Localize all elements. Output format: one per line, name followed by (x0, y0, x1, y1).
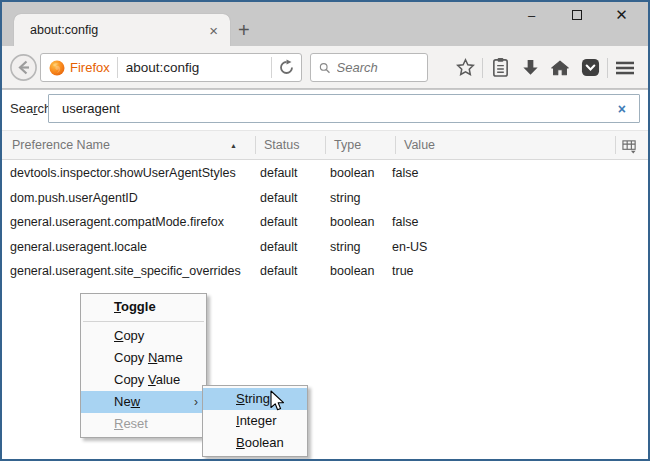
preference-list: devtools.inspector.showUserAgentStyles d… (2, 161, 648, 284)
pocket-icon (581, 58, 600, 77)
table-row[interactable]: general.useragent.site_specific_override… (2, 259, 648, 284)
maximize-icon (572, 10, 582, 20)
column-header-preference-name[interactable]: Preference Name (12, 131, 110, 159)
sort-ascending-icon: ▲ (230, 142, 237, 149)
submenu-item-string[interactable]: String (203, 388, 307, 410)
menu-separator (83, 321, 204, 322)
url-bar[interactable]: Firefox about:config (40, 53, 302, 82)
pref-type: boolean (330, 210, 375, 235)
menu-item-toggle[interactable]: Toggle (81, 296, 206, 318)
pref-status: default (260, 235, 298, 260)
tab-about-config[interactable]: about:config × (14, 14, 230, 46)
bookmark-star-button[interactable] (450, 53, 480, 82)
pref-value: true (392, 259, 414, 284)
menu-item-new[interactable]: New› (81, 391, 206, 413)
toolbar-separator (482, 58, 483, 78)
downloads-button[interactable] (515, 53, 545, 82)
urlbar-divider (117, 57, 118, 78)
window-controls: – ✕ (509, 2, 644, 28)
pref-type: string (330, 235, 361, 260)
table-header: Preference Name ▲ Status Type Value (2, 130, 648, 160)
pref-value: false (392, 210, 418, 235)
menu-item-reset: Reset (81, 413, 206, 435)
pocket-button[interactable] (575, 53, 605, 82)
pref-name: general.useragent.site_specific_override… (10, 259, 241, 284)
clear-search-icon[interactable]: × (618, 101, 626, 117)
column-divider (325, 136, 326, 154)
urlbar-divider2 (271, 57, 272, 78)
minimize-button[interactable]: – (509, 2, 554, 28)
submenu-item-boolean[interactable]: Boolean (203, 432, 307, 454)
toolbar-search-input[interactable] (337, 60, 421, 75)
table-row[interactable]: general.useragent.locale default string … (2, 235, 648, 260)
maximize-button[interactable] (554, 2, 599, 28)
pref-type: boolean (330, 259, 375, 284)
column-header-status[interactable]: Status (264, 131, 299, 159)
table-row[interactable]: general.useragent.compatMode.firefox def… (2, 210, 648, 235)
pref-name: general.useragent.locale (10, 235, 147, 260)
back-arrow-icon (9, 53, 38, 82)
bookmarks-menu-button[interactable] (485, 53, 515, 82)
hamburger-icon (614, 59, 636, 77)
pref-status: default (260, 259, 298, 284)
column-header-value[interactable]: Value (404, 131, 435, 159)
brand-label: Firefox (70, 60, 110, 75)
column-header-type[interactable]: Type (334, 131, 361, 159)
url-text[interactable]: about:config (126, 60, 271, 75)
mouse-cursor-icon (270, 390, 286, 413)
clipboard-icon (491, 57, 510, 78)
titlebar[interactable]: – ✕ about:config × + (2, 2, 648, 46)
menu-button[interactable] (610, 53, 640, 82)
firefox-window: – ✕ about:config × + (0, 0, 650, 461)
submenu-item-integer[interactable]: Integer (203, 410, 307, 432)
table-row[interactable]: dom.push.userAgentID default string (2, 186, 648, 211)
pref-status: default (260, 210, 298, 235)
download-arrow-icon (521, 58, 540, 77)
nav-toolbar: Firefox about:config (2, 46, 648, 89)
toolbar-icons (450, 53, 640, 82)
firefox-logo-icon (49, 60, 65, 76)
new-tab-button[interactable]: + (238, 18, 250, 42)
toolbar-separator (607, 58, 608, 78)
home-button[interactable] (545, 53, 575, 82)
pref-name: general.useragent.compatMode.firefox (10, 210, 224, 235)
reload-icon[interactable] (278, 59, 295, 76)
home-icon (550, 58, 570, 77)
tab-title: about:config (30, 23, 207, 37)
new-submenu: String Integer Boolean (202, 385, 308, 457)
config-search-row: Search: × (2, 90, 648, 130)
column-divider (615, 136, 616, 154)
toolbar-search[interactable] (310, 53, 428, 82)
close-button[interactable]: ✕ (599, 2, 644, 28)
menu-item-copy-value[interactable]: Copy Value (81, 369, 206, 391)
config-search-input[interactable] (48, 94, 640, 123)
menu-item-copy-name[interactable]: Copy Name (81, 347, 206, 369)
column-picker-icon[interactable] (622, 139, 637, 154)
table-row[interactable]: devtools.inspector.showUserAgentStyles d… (2, 161, 648, 186)
column-divider (255, 136, 256, 154)
pref-name: dom.push.userAgentID (10, 186, 138, 211)
back-button[interactable] (9, 53, 38, 86)
pref-status: default (260, 186, 298, 211)
search-icon (319, 61, 331, 75)
pref-type: string (330, 186, 361, 211)
pref-type: boolean (330, 161, 375, 186)
pref-name: devtools.inspector.showUserAgentStyles (10, 161, 236, 186)
submenu-arrow-icon: › (194, 391, 198, 413)
pref-value: false (392, 161, 418, 186)
tab-close-icon[interactable]: × (207, 22, 220, 39)
pref-value: en-US (392, 235, 427, 260)
context-menu: Toggle Copy Copy Name Copy Value New› Re… (80, 293, 207, 438)
menu-item-copy[interactable]: Copy (81, 325, 206, 347)
column-divider (395, 136, 396, 154)
star-icon (455, 57, 476, 78)
pref-status: default (260, 161, 298, 186)
